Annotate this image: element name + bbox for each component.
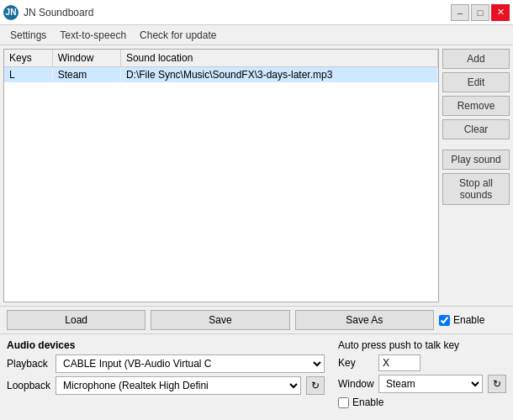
save-as-button[interactable]: Save As: [295, 310, 434, 330]
main-content: Keys Window Sound location L Steam D:\Fi…: [0, 45, 513, 306]
auto-enable-checkbox[interactable]: [338, 397, 349, 408]
playback-select[interactable]: CABLE Input (VB-Audio Virtual C: [56, 354, 325, 373]
menu-tts[interactable]: Text-to-speech: [53, 28, 133, 43]
table-row[interactable]: L Steam D:\File Sync\Music\SoundFX\3-day…: [4, 67, 438, 83]
playback-label: Playback: [7, 358, 50, 370]
bottom-bar: Load Save Save As Enable: [0, 306, 513, 333]
col-keys: Keys: [4, 50, 52, 67]
edit-button[interactable]: Edit: [442, 72, 510, 92]
enable-area: Enable: [439, 314, 506, 326]
audio-devices-section: Audio devices Playback CABLE Input (VB-A…: [7, 339, 325, 398]
auto-window-select[interactable]: Steam: [378, 375, 483, 393]
sounds-table-area: Keys Window Sound location L Steam D:\Fi…: [3, 49, 439, 302]
loopback-refresh-button[interactable]: ↻: [306, 376, 325, 395]
loopback-select[interactable]: Microphone (Realtek High Defini: [56, 376, 301, 395]
row-keys: L: [4, 67, 52, 83]
loopback-row: Loopback Microphone (Realtek High Defini…: [7, 376, 325, 395]
stop-all-sounds-button[interactable]: Stop all sounds: [442, 173, 510, 205]
auto-press-section: Auto press push to talk key Key Window S…: [338, 339, 506, 408]
remove-button[interactable]: Remove: [442, 96, 510, 116]
close-button[interactable]: ✕: [491, 4, 510, 21]
col-location: Sound location: [120, 50, 437, 67]
menu-bar: Settings Text-to-speech Check for update: [0, 25, 513, 45]
row-window: Steam: [52, 67, 120, 83]
sounds-table: Keys Window Sound location L Steam D:\Fi…: [4, 50, 438, 82]
clear-button[interactable]: Clear: [442, 119, 510, 139]
enable-checkbox[interactable]: [439, 315, 450, 326]
load-button[interactable]: Load: [7, 310, 145, 330]
menu-check-update[interactable]: Check for update: [133, 28, 223, 43]
auto-window-label: Window: [338, 378, 373, 390]
save-button[interactable]: Save: [151, 310, 289, 330]
auto-press-title: Auto press push to talk key: [338, 339, 506, 351]
minimize-button[interactable]: –: [451, 4, 469, 21]
app-icon: JN: [3, 5, 19, 20]
window-row: Window Steam ↻: [338, 375, 506, 393]
menu-settings[interactable]: Settings: [3, 28, 53, 43]
title-bar-left: JN JN Soundboard: [3, 5, 93, 20]
auto-enable-row: Enable: [338, 396, 506, 408]
play-sound-button[interactable]: Play sound: [442, 150, 510, 170]
maximize-button[interactable]: □: [471, 4, 489, 21]
key-label: Key: [338, 357, 373, 369]
title-bar-controls: – □ ✕: [451, 4, 510, 21]
playback-row: Playback CABLE Input (VB-Audio Virtual C: [7, 354, 325, 373]
auto-window-refresh-button[interactable]: ↻: [488, 375, 506, 393]
loopback-label: Loopback: [7, 380, 50, 391]
footer-area: Audio devices Playback CABLE Input (VB-A…: [0, 333, 513, 413]
key-input[interactable]: [378, 354, 420, 371]
enable-label: Enable: [453, 314, 484, 326]
row-location: D:\File Sync\Music\SoundFX\3-days-later.…: [120, 67, 437, 83]
add-button[interactable]: Add: [442, 49, 510, 69]
footer-row: Audio devices Playback CABLE Input (VB-A…: [7, 339, 506, 408]
auto-enable-label: Enable: [352, 396, 383, 408]
key-row: Key: [338, 354, 506, 371]
title-bar: JN JN Soundboard – □ ✕: [0, 0, 513, 25]
side-buttons: Add Edit Remove Clear Play sound Stop al…: [442, 49, 510, 302]
window-title: JN Soundboard: [24, 7, 93, 18]
col-window: Window: [52, 50, 120, 67]
audio-devices-title: Audio devices: [7, 339, 325, 351]
